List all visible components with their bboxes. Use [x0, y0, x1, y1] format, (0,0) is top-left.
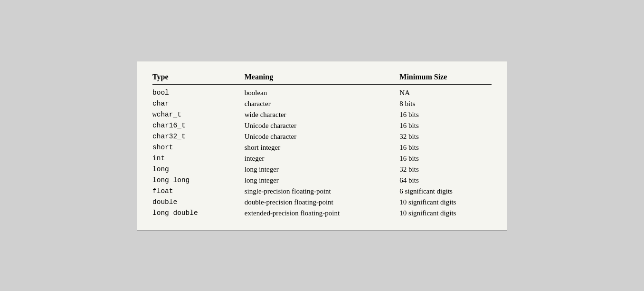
table-row: doubledouble-precision floating-point10 …: [152, 197, 492, 208]
table-row: boolbooleanNA: [152, 85, 492, 98]
cell-meaning: short integer: [245, 142, 400, 153]
cell-size: 16 bits: [399, 142, 492, 153]
cell-size: 32 bits: [399, 164, 492, 175]
table-header-row: Type Meaning Minimum Size: [152, 73, 492, 85]
table-row: wchar_twide character16 bits: [152, 109, 492, 120]
cell-size: 6 significant digits: [399, 186, 492, 197]
cell-meaning: Unicode character: [245, 120, 400, 131]
cell-size: 16 bits: [399, 109, 492, 120]
cell-size: NA: [399, 85, 492, 98]
cell-type: double: [152, 197, 245, 208]
table-row: charcharacter8 bits: [152, 98, 492, 109]
cell-size: 16 bits: [399, 120, 492, 131]
cell-type: float: [152, 186, 245, 197]
cell-meaning: integer: [245, 153, 400, 164]
cell-size: 8 bits: [399, 98, 492, 109]
cell-type: char16_t: [152, 120, 245, 131]
cell-meaning: long integer: [245, 175, 400, 186]
cell-size: 32 bits: [399, 131, 492, 142]
table-row: long doubleextended-precision floating-p…: [152, 208, 492, 219]
cell-size: 64 bits: [399, 175, 492, 186]
cell-type: long double: [152, 208, 245, 219]
cell-meaning: extended-precision floating-point: [245, 208, 400, 219]
table-row: char32_tUnicode character32 bits: [152, 131, 492, 142]
data-types-table: Type Meaning Minimum Size boolbooleanNAc…: [152, 73, 492, 219]
data-types-table-container: Type Meaning Minimum Size boolbooleanNAc…: [137, 61, 507, 231]
table-row: long longlong integer64 bits: [152, 175, 492, 186]
cell-type: long long: [152, 175, 245, 186]
cell-type: int: [152, 153, 245, 164]
header-type: Type: [152, 73, 245, 85]
cell-type: char32_t: [152, 131, 245, 142]
cell-meaning: single-precision floating-point: [245, 186, 400, 197]
table-row: floatsingle-precision floating-point6 si…: [152, 186, 492, 197]
cell-type: long: [152, 164, 245, 175]
header-meaning: Meaning: [245, 73, 400, 85]
cell-size: 16 bits: [399, 153, 492, 164]
cell-meaning: wide character: [245, 109, 400, 120]
table-row: intinteger16 bits: [152, 153, 492, 164]
header-size: Minimum Size: [399, 73, 492, 85]
cell-size: 10 significant digits: [399, 208, 492, 219]
cell-type: bool: [152, 85, 245, 98]
table-row: char16_tUnicode character16 bits: [152, 120, 492, 131]
cell-meaning: Unicode character: [245, 131, 400, 142]
cell-meaning: character: [245, 98, 400, 109]
cell-meaning: boolean: [245, 85, 400, 98]
cell-meaning: long integer: [245, 164, 400, 175]
cell-type: char: [152, 98, 245, 109]
cell-size: 10 significant digits: [399, 197, 492, 208]
cell-type: short: [152, 142, 245, 153]
cell-meaning: double-precision floating-point: [245, 197, 400, 208]
table-row: longlong integer32 bits: [152, 164, 492, 175]
table-row: shortshort integer16 bits: [152, 142, 492, 153]
cell-type: wchar_t: [152, 109, 245, 120]
